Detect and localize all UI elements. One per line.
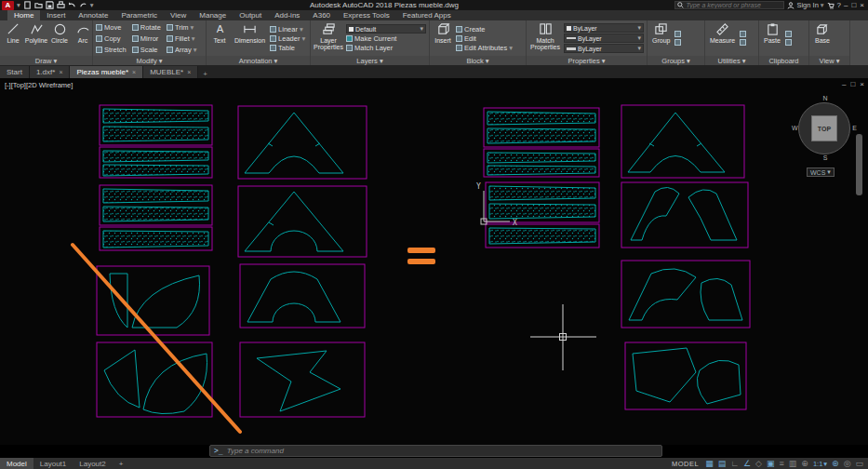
viewport-controls[interactable]: [-][Top][2D Wireframe] [5,81,73,89]
leader-button[interactable]: Leader▾ [270,34,305,43]
curved-part-block[interactable] [238,106,367,417]
tab-insert[interactable]: Insert [40,10,72,20]
app-store-cart-icon[interactable] [827,2,835,9]
tab-view[interactable]: View [164,10,193,20]
layout-tab-layout2[interactable]: Layout2 [73,458,112,469]
maximize-button[interactable]: □ [851,1,856,9]
viewcube-north[interactable]: N [795,95,855,101]
doc-tab-1dxf[interactable]: 1.dxf*× [30,66,71,78]
table-button[interactable]: Table [270,44,305,52]
tab-annotate[interactable]: Annotate [72,10,114,20]
new-layout-button[interactable]: + [113,458,130,469]
transparency-icon[interactable]: ▥ [789,460,797,468]
match-layer-button[interactable]: Match Layer [346,44,426,52]
draw-panel-caption[interactable]: Draw▾ [0,56,92,65]
polar-tracking-icon[interactable]: ∠ [743,460,751,468]
dimension-button[interactable]: Dimension [233,21,267,55]
tab-express-tools[interactable]: Express Tools [337,10,396,20]
modify-panel-caption[interactable]: Modify▾ [93,56,206,65]
linear-button[interactable]: Linear▾ [270,25,305,34]
viewport-minimize-button[interactable]: – [842,80,846,88]
groups-panel-caption[interactable]: Groups▾ [648,56,704,65]
help-icon[interactable]: ? [837,1,841,9]
base-button[interactable]: Base [812,21,833,55]
edit-block-button[interactable]: Edit [456,34,513,43]
tab-a360[interactable]: A360 [306,10,337,20]
command-line[interactable]: >_ [209,445,662,457]
undo-icon[interactable] [68,1,76,9]
doc-tab-mueble[interactable]: MUEBLE*× [143,66,198,78]
copy-button[interactable]: Copy [96,33,127,44]
layers-panel-caption[interactable]: Layers▾ [311,56,429,65]
doc-tab-start[interactable]: Start [0,66,30,78]
drawing-canvas[interactable]: Y X [-][Top][2D Wireframe] – □ × N W E T… [0,78,868,445]
array-button[interactable]: Array▾ [167,44,197,55]
viewcube-top-face[interactable]: TOP [811,115,837,141]
group-edit-icon[interactable] [674,39,681,46]
qat-caret-icon[interactable]: ▾ [90,1,94,9]
tab-addins[interactable]: Add-ins [268,10,306,20]
close-tab-icon[interactable]: × [132,69,136,75]
command-input[interactable] [227,447,658,455]
line-button[interactable]: Line [3,21,23,55]
new-drawing-tab-button[interactable]: + [198,70,212,78]
rotate-button[interactable]: Rotate [132,21,161,33]
app-menu-button[interactable]: A [2,1,14,10]
tab-output[interactable]: Output [233,10,268,20]
create-block-button[interactable]: Create [456,25,513,34]
save-icon[interactable] [46,1,54,9]
help-search[interactable] [674,1,784,9]
ungroup-icon[interactable] [674,31,681,37]
new-file-icon[interactable] [23,1,32,9]
redo-icon[interactable] [79,1,87,9]
orange-equals-annotation[interactable] [407,248,435,264]
lineweight-icon[interactable]: ≡ [780,460,784,468]
minimize-button[interactable]: – [844,1,848,9]
mirror-button[interactable]: Mirror [132,33,161,44]
arc-button[interactable]: Arc [73,21,93,55]
linetype-dropdown[interactable]: ByLayer ▾ [564,34,644,43]
scale-button[interactable]: Scale [132,44,161,55]
make-current-button[interactable]: Make Current [346,34,426,43]
polyline-button[interactable]: Polyline [26,21,47,55]
plot-icon[interactable] [57,1,65,9]
fillet-button[interactable]: Fillet▾ [167,33,197,44]
doc-tab-piezas-mueble[interactable]: Piezas mueble*× [70,66,143,78]
object-color-dropdown[interactable]: ByLayer ▾ [564,23,644,33]
layout-tab-layout1[interactable]: Layout1 [33,458,73,469]
circle-button[interactable]: Circle [49,21,70,55]
snap-icon[interactable]: ▤ [718,460,727,468]
text-button[interactable]: A Text [209,21,230,55]
trim-button[interactable]: Trim▾ [167,21,197,33]
layer-dropdown[interactable]: Default ▾ [346,24,426,34]
dynamic-input-icon[interactable]: ⊕ [801,460,808,468]
stretch-button[interactable]: Stretch [96,44,127,55]
annotation-monitor-icon[interactable]: ◎ [844,460,851,468]
grid-icon[interactable]: ▦ [705,460,714,468]
tab-featured-apps[interactable]: Featured Apps [396,10,458,20]
layout-tab-model[interactable]: Model [0,458,33,469]
viewcube-west[interactable]: W [792,125,798,131]
model-space-indicator[interactable]: MODEL [672,460,699,468]
edit-attributes-button[interactable]: Edit Attributes▾ [456,44,513,52]
copy-clip-icon[interactable] [785,39,792,46]
close-tab-icon[interactable]: × [59,69,62,75]
viewcube[interactable]: N W E TOP S WCS▾ [795,95,855,184]
open-folder-icon[interactable] [34,1,43,9]
move-button[interactable]: Move [96,21,127,33]
match-properties-button[interactable]: Match Properties [529,21,561,55]
hatched-panel-block[interactable] [100,105,212,250]
sign-in-button[interactable]: Sign In ▾ [787,1,823,9]
app-menu-caret-icon[interactable]: ▾ [17,1,20,9]
isodraft-icon[interactable]: ◇ [755,460,762,468]
viewport-close-button[interactable]: × [860,80,864,88]
curved-part-block[interactable] [621,105,750,409]
close-button[interactable]: × [860,1,864,9]
search-input[interactable] [686,2,781,8]
annotation-panel-caption[interactable]: Annotation▾ [207,56,310,65]
close-tab-icon[interactable]: × [187,69,191,75]
group-button[interactable]: Group [650,21,672,55]
object-snap-icon[interactable]: ▣ [767,460,775,468]
quick-calc-icon[interactable] [740,39,746,46]
viewcube-east[interactable]: E [852,125,857,131]
